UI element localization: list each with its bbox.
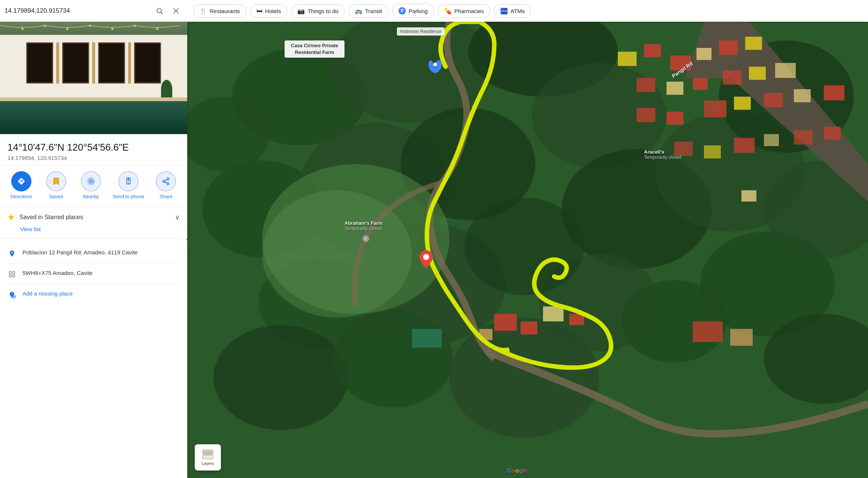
casa-cirineo-label: Casa Cirineo Private Residential Farm xyxy=(285,40,345,58)
svg-rect-74 xyxy=(794,89,811,102)
svg-rect-73 xyxy=(764,93,783,107)
transit-icon: 🚌 xyxy=(355,7,362,15)
svg-rect-80 xyxy=(794,130,813,145)
saved-section: ★ Saved in Starred places ∨ View list xyxy=(0,206,187,239)
svg-rect-72 xyxy=(734,97,751,110)
google-logo: Google xyxy=(507,468,528,474)
svg-rect-20 xyxy=(13,271,15,273)
location-pin xyxy=(419,250,433,270)
address-row[interactable]: Poblacion 12 Pangil Rd, Amadeo, 4119 Cav… xyxy=(7,243,180,264)
things-to-do-pill[interactable]: 📷 Things to do xyxy=(291,4,345,18)
send-to-phone-label: Send to phone xyxy=(113,194,145,200)
pharmacies-label: Pharmacies xyxy=(454,8,484,14)
address-text: Poblacion 12 Pangil Rd, Amadeo, 4119 Cav… xyxy=(22,248,138,256)
svg-rect-79 xyxy=(764,134,779,146)
directions-button[interactable]: Directions xyxy=(8,171,34,200)
atms-label: ATMs xyxy=(510,8,525,14)
svg-rect-21 xyxy=(9,275,12,277)
search-input[interactable] xyxy=(4,7,150,15)
share-button[interactable]: Share xyxy=(153,171,179,200)
svg-point-7 xyxy=(89,25,91,27)
place-info: 14°10'47.6"N 120°54'56.6"E 14.179894, 12… xyxy=(0,134,187,165)
send-to-phone-button[interactable]: Send to phone xyxy=(113,171,145,200)
svg-rect-81 xyxy=(824,127,841,140)
pharmacies-icon: 💊 xyxy=(444,7,452,15)
close-button[interactable] xyxy=(169,4,183,18)
svg-rect-69 xyxy=(637,108,655,122)
svg-point-36 xyxy=(333,310,453,408)
transit-pill[interactable]: 🚌 Transit xyxy=(349,4,388,18)
svg-rect-57 xyxy=(618,52,637,66)
svg-rect-89 xyxy=(203,455,213,459)
svg-rect-64 xyxy=(667,82,683,95)
svg-point-48 xyxy=(464,198,584,295)
info-section: Poblacion 12 Pangil Rd, Amadeo, 4119 Cav… xyxy=(0,239,187,309)
svg-rect-82 xyxy=(693,321,723,342)
parking-pill[interactable]: P Parking xyxy=(392,4,434,18)
svg-rect-84 xyxy=(741,190,756,202)
collapse-handle[interactable]: ‹ xyxy=(182,228,187,250)
svg-rect-63 xyxy=(637,78,655,92)
atms-pill[interactable]: 🏧 ATMs xyxy=(494,4,531,18)
svg-line-1 xyxy=(161,12,163,14)
transit-label: Transit xyxy=(365,8,382,14)
map-topbar: 🍴 Restaurants 🛏 Hotels 📷 Things to do 🚌 … xyxy=(187,0,868,22)
search-bar xyxy=(0,0,187,22)
search-button[interactable] xyxy=(153,4,166,18)
svg-rect-88 xyxy=(203,451,212,454)
svg-rect-62 xyxy=(745,37,762,50)
nearby-button[interactable]: Nearby xyxy=(78,171,104,200)
add-location-icon xyxy=(7,290,16,299)
atms-icon: 🏧 xyxy=(500,7,508,15)
restaurants-label: Restaurants xyxy=(210,8,240,14)
saved-row[interactable]: ★ Saved in Starred places ∨ xyxy=(7,212,180,222)
share-label: Share xyxy=(160,194,173,200)
saved-text: Saved in Starred places xyxy=(19,214,170,221)
svg-rect-51 xyxy=(494,314,517,331)
restaurants-pill[interactable]: 🍴 Restaurants xyxy=(193,4,246,18)
svg-rect-75 xyxy=(824,85,844,100)
satellite-background: Casa Cirineo Private Residential Farm Am… xyxy=(187,22,868,478)
nearby-icon xyxy=(81,171,101,191)
svg-point-12 xyxy=(88,179,93,184)
svg-rect-65 xyxy=(693,78,708,90)
restaurants-icon: 🍴 xyxy=(200,7,207,15)
hotels-pill[interactable]: 🛏 Hotels xyxy=(250,4,288,18)
coordinates-dms: 14°10'47.6"N 120°54'56.6"E xyxy=(7,142,180,153)
svg-point-85 xyxy=(433,63,437,66)
svg-point-15 xyxy=(163,180,165,182)
svg-point-10 xyxy=(156,28,158,30)
svg-point-46 xyxy=(449,318,599,438)
svg-point-16 xyxy=(167,183,169,185)
hotels-icon: 🛏 xyxy=(257,7,262,14)
svg-rect-83 xyxy=(730,329,753,346)
svg-rect-56 xyxy=(412,329,442,348)
svg-point-5 xyxy=(44,25,46,27)
abrahams-label: Abraham's Farm Temporarily closed xyxy=(345,220,383,231)
svg-rect-61 xyxy=(719,40,738,55)
chevron-down-icon: ∨ xyxy=(175,213,180,221)
view-list-link[interactable]: View list xyxy=(20,226,180,232)
svg-rect-52 xyxy=(521,321,537,335)
svg-rect-22 xyxy=(13,275,15,277)
svg-point-9 xyxy=(134,25,136,27)
pharmacies-pill[interactable]: 💊 Pharmacies xyxy=(438,4,490,18)
things-to-do-label: Things to do xyxy=(307,8,339,14)
saved-button[interactable]: Saved xyxy=(43,171,69,200)
svg-point-6 xyxy=(66,28,69,30)
star-icon: ★ xyxy=(7,212,15,222)
plus-code-row[interactable]: 5WH8+X75 Amadeo, Cavite xyxy=(7,264,180,284)
saved-label: Saved xyxy=(49,194,63,200)
svg-rect-68 xyxy=(775,63,796,78)
parking-icon: P xyxy=(398,7,406,15)
svg-point-4 xyxy=(21,28,24,30)
layers-button[interactable]: Layers xyxy=(195,444,221,471)
place-photo xyxy=(0,22,187,134)
add-place-row[interactable]: Add a missing place xyxy=(7,284,180,305)
share-icon xyxy=(156,171,176,191)
nearby-label: Nearby xyxy=(83,194,99,200)
svg-rect-67 xyxy=(749,67,766,80)
ambrosio-label: Ambrosio Residence xyxy=(397,27,444,36)
plus-code-text: 5WH8+X75 Amadeo, Cavite xyxy=(22,269,92,277)
svg-rect-71 xyxy=(704,100,726,117)
